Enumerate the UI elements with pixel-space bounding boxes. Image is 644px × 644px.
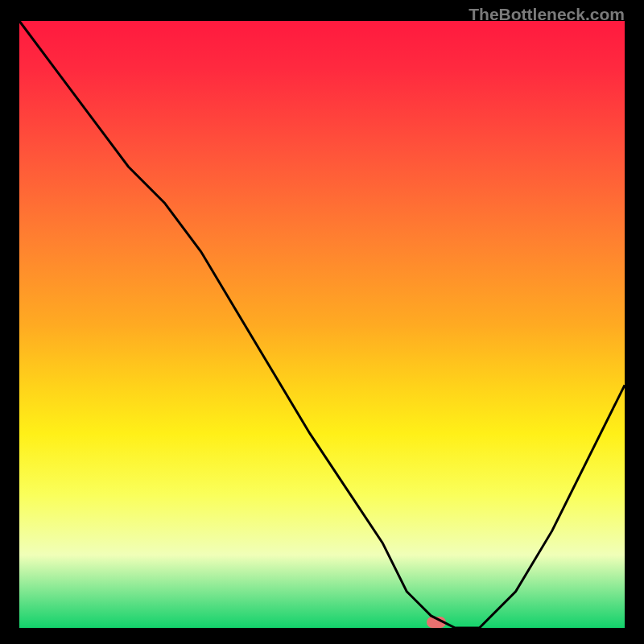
watermark-text: TheBottleneck.com [469, 5, 625, 24]
bottleneck-curve [0, 0, 644, 644]
